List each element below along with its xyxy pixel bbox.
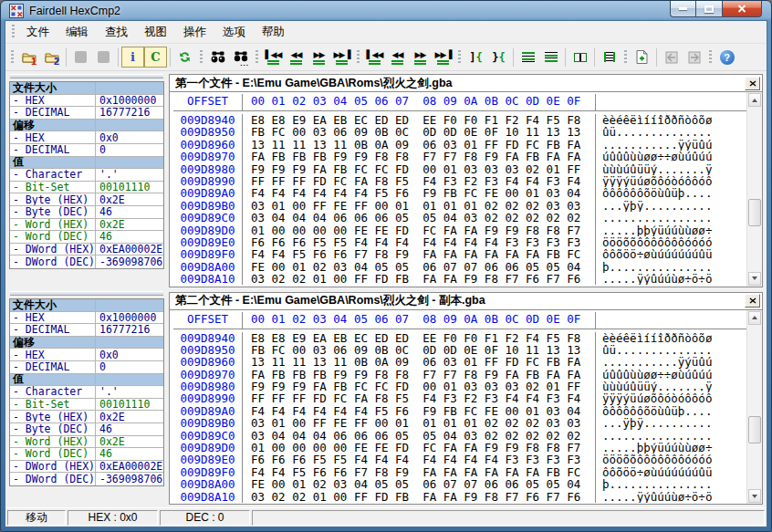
hex-bytes[interactable]: FA FB FB FB F9 F9 F8 F8 F7 F7 F8 F9 FA F…: [243, 151, 595, 162]
hex-row[interactable]: 009D89F0 F4 F4 F5 F6 F6 F7 F8 F9 FA FA F…: [173, 466, 746, 478]
hex-ascii[interactable]: ÿÿÿýüúøõôóòóôôóô: [595, 392, 746, 404]
save-file-1-button[interactable]: [69, 47, 92, 68]
last-equal-block-button[interactable]: ▶▶▐: [432, 47, 454, 68]
hex-ascii[interactable]: ...ÿþÿ..........: [595, 417, 746, 429]
hex-panel-1-close-button[interactable]: [745, 77, 760, 90]
hex-bytes[interactable]: 03 01 00 FF FE FF 00 01 01 01 01 02 02 0…: [243, 417, 595, 429]
toggle-char-column-button[interactable]: C: [144, 47, 167, 68]
recompare-button[interactable]: [173, 47, 196, 68]
hex-row[interactable]: 009D8A10 03 02 02 01 00 FF FD FB FA FA F…: [173, 273, 746, 285]
hex-row[interactable]: 009D8980 F9 F9 F9 FA FB FC FC FD 00 01 0…: [173, 381, 746, 392]
hex-ascii[interactable]: ...ÿþÿ..........: [595, 200, 746, 212]
hex-offset[interactable]: 009D89E0: [173, 236, 243, 248]
hex-bytes[interactable]: 03 02 02 01 00 FF FD FB FA FA F9 F8 F7 F…: [243, 273, 595, 285]
previous-difference-button[interactable]: ◀◀: [285, 47, 308, 68]
hex-bytes[interactable]: 03 01 00 FF FE FF 00 01 01 01 01 02 02 0…: [243, 200, 595, 212]
find-button[interactable]: [206, 47, 229, 68]
hex-row[interactable]: 009D89E0 F6 F6 F6 F5 F5 F4 F4 F4 F4 F4 F…: [173, 236, 746, 248]
scroll-down-arrow[interactable]: [748, 272, 761, 286]
hex-offset[interactable]: 009D8960: [173, 139, 243, 151]
hex-bytes[interactable]: 03 04 04 04 06 06 06 05 05 04 03 02 02 0…: [243, 212, 595, 224]
hex-row[interactable]: 009D8960 13 11 11 13 11 0B 0A 09 06 03 0…: [173, 356, 746, 368]
menu-item[interactable]: 帮助: [254, 21, 293, 44]
hex-ascii[interactable]: úûûûùùøø÷÷øùúûúú: [595, 369, 746, 381]
hex-row[interactable]: 009D8940 E8 E8 E9 EA EB EC ED ED EE F0 F…: [173, 114, 746, 126]
hex-offset[interactable]: 009D8950: [173, 126, 243, 138]
hex-row[interactable]: 009D89A0 F4 F4 F4 F4 F4 F4 F5 F6 F9 FB F…: [173, 405, 746, 417]
toolbar-grip[interactable]: [357, 50, 360, 65]
hex-offset[interactable]: 009D8A00: [173, 478, 243, 490]
hex-offset[interactable]: 009D89A0: [173, 405, 243, 417]
hex-bytes[interactable]: F4 F4 F5 F6 F6 F7 F8 F9 FA FA FA FA FA F…: [243, 248, 595, 260]
close-button[interactable]: [722, 1, 762, 17]
hex-row[interactable]: 009D8950 FB FC 00 03 06 09 0B 0C 0D 0D 0…: [173, 344, 746, 356]
hex-ascii[interactable]: þ...............: [595, 261, 746, 273]
hex-offset[interactable]: 009D89C0: [173, 212, 243, 224]
previous-equal-block-button[interactable]: ◀◀: [386, 47, 409, 68]
hex-offset[interactable]: 009D8A10: [173, 273, 243, 285]
hex-ascii[interactable]: .....þþýüúúùùøø÷: [595, 442, 746, 454]
hex-offset[interactable]: 009D8960: [173, 356, 243, 368]
hex-row[interactable]: 009D8970 FA FB FB FB F9 F9 F8 F8 F7 F7 F…: [173, 369, 746, 381]
hex-bytes[interactable]: 01 00 00 00 00 FE FE FD FC FA FA F9 F9 F…: [243, 442, 595, 454]
hex-offset[interactable]: 009D8950: [173, 344, 243, 356]
hex-offset[interactable]: 009D8980: [173, 381, 243, 392]
help-button[interactable]: ?: [715, 47, 738, 68]
hex-grid-2[interactable]: OFFSET 00 01 02 03 04 05 06 07 08 09 0A …: [170, 310, 746, 505]
menubar-grip[interactable]: [12, 25, 15, 39]
hex-bytes[interactable]: 13 11 11 13 11 0B 0A 09 06 03 01 FF FD F…: [243, 356, 595, 368]
hex-offset[interactable]: 009D8A00: [173, 261, 243, 273]
toolbar-grip[interactable]: [458, 50, 461, 65]
hex-offset[interactable]: 009D89E0: [173, 454, 243, 465]
hex-ascii[interactable]: èèéêëìííîððñòôõø: [595, 114, 746, 126]
hex-ascii[interactable]: ...........ÿýüûú: [595, 139, 746, 151]
toolbar-grip[interactable]: [709, 50, 712, 65]
menu-item[interactable]: 编辑: [57, 21, 97, 44]
hex-offset[interactable]: 009D8990: [173, 175, 243, 187]
hex-ascii[interactable]: .....ÿýûúúùø÷ö÷ö: [595, 491, 746, 503]
toggle-info-panel-button[interactable]: i: [121, 47, 144, 68]
scroll-thumb[interactable]: [748, 199, 761, 226]
hex-offset[interactable]: 009D8970: [173, 369, 243, 381]
hex-bytes[interactable]: E8 E8 E9 EA EB EC ED ED EE F0 F0 F1 F2 F…: [243, 114, 595, 126]
save-file-2-button[interactable]: [92, 47, 115, 68]
hex-bytes[interactable]: F4 F4 F4 F4 F4 F4 F5 F6 F9 FB FC FE 00 0…: [243, 405, 595, 417]
panel-grip[interactable]: [10, 291, 163, 296]
hex-row[interactable]: 009D89B0 03 01 00 FF FE FF 00 01 01 01 0…: [173, 200, 746, 212]
hex-bytes[interactable]: F9 F9 F9 FA FB FC FC FD 00 01 03 03 03 0…: [243, 381, 595, 392]
hex-ascii[interactable]: úûûûùùøø÷÷øùúûúú: [595, 151, 746, 162]
hex-offset[interactable]: 009D8940: [173, 114, 243, 126]
toolbar-grip[interactable]: [624, 50, 627, 65]
hex-ascii[interactable]: ôôõöö÷øùúúúúúúûü: [595, 248, 746, 260]
hex-bytes[interactable]: FB FC 00 03 06 09 0B 0C 0D 0D 0E 0F 10 1…: [243, 126, 595, 138]
hex-ascii[interactable]: þ...............: [595, 478, 746, 490]
maximize-button[interactable]: [696, 1, 722, 17]
hex-ascii[interactable]: ûü..............: [595, 126, 746, 138]
hex-bytes[interactable]: 03 02 02 01 00 FF FD FB FA FA F9 F8 F7 F…: [243, 491, 595, 503]
hex-offset[interactable]: 009D89D0: [173, 442, 243, 454]
hex-offset[interactable]: 009D8980: [173, 163, 243, 175]
first-equal-block-button[interactable]: ▌◀◀: [363, 47, 386, 68]
hex-offset[interactable]: 009D8970: [173, 151, 243, 162]
hex-bytes[interactable]: 13 11 11 13 11 0B 0A 09 06 03 01 FF FD F…: [243, 139, 595, 151]
hex-bytes[interactable]: F9 F9 F9 FA FB FC FC FD 00 01 03 03 03 0…: [243, 163, 595, 175]
hex-panel-1-scrollbar[interactable]: [746, 92, 762, 287]
menu-item[interactable]: 操作: [175, 21, 214, 44]
hex-row[interactable]: 009D89D0 01 00 00 00 00 FE FE FD FC FA F…: [173, 224, 746, 236]
hex-row[interactable]: 009D8A10 03 02 02 01 00 FF FD FB FA FA F…: [173, 491, 746, 503]
hex-bytes[interactable]: F4 F4 F5 F6 F6 F7 F8 F9 FA FA FA FA FA F…: [243, 466, 595, 478]
hex-row[interactable]: 009D8990 FF FF FF FD FC FA F8 F5 F4 F3 F…: [173, 392, 746, 404]
hex-bytes[interactable]: FF FF FF FD FC FA F8 F5 F4 F3 F2 F3 F4 F…: [243, 175, 595, 187]
hex-offset[interactable]: 009D89B0: [173, 200, 243, 212]
hex-row[interactable]: 009D8A00 FE 00 01 02 03 04 05 05 06 07 0…: [173, 261, 746, 273]
hex-bytes[interactable]: F6 F6 F6 F5 F5 F4 F4 F4 F4 F4 F4 F4 F3 F…: [243, 454, 595, 465]
hex-row[interactable]: 009D8940 E8 E8 E9 EA EB EC ED ED EE F0 F…: [173, 332, 746, 344]
hex-bytes[interactable]: 01 00 00 00 00 FE FE FD FC FA FA F9 F9 F…: [243, 224, 595, 236]
hex-row[interactable]: 009D89A0 F4 F4 F4 F4 F4 F4 F5 F6 F9 FB F…: [173, 187, 746, 199]
hex-row[interactable]: 009D8950 FB FC 00 03 06 09 0B 0C 0D 0D 0…: [173, 126, 746, 138]
hex-row[interactable]: 009D89E0 F6 F6 F6 F5 F5 F4 F4 F4 F4 F4 F…: [173, 454, 746, 465]
toolbar-grip[interactable]: [200, 50, 203, 65]
file-report-button[interactable]: [631, 47, 653, 68]
open-file-2-button[interactable]: 2: [40, 47, 63, 68]
hex-ascii[interactable]: ôôôôôôõöùûüþ....: [595, 187, 746, 199]
